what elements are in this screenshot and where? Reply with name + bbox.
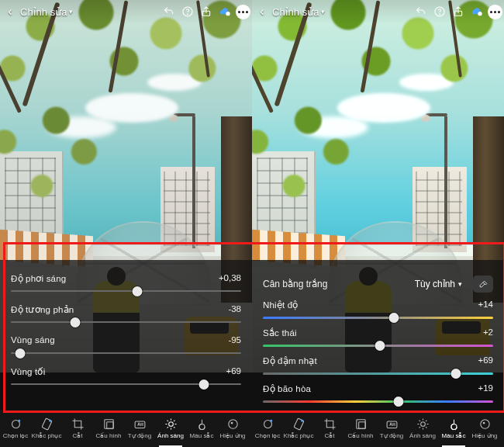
tool-effect[interactable]: Hiệu ứng <box>217 410 248 447</box>
slider-thumb[interactable] <box>389 313 399 323</box>
svg-rect-23 <box>356 420 364 428</box>
slider-value: +19 <box>478 383 493 393</box>
svg-point-20 <box>270 420 272 422</box>
slider-value: +69 <box>478 355 493 365</box>
slider-label: Độ tương phản <box>11 304 74 315</box>
eyedropper-icon[interactable] <box>473 275 493 293</box>
share-icon[interactable] <box>198 3 215 20</box>
svg-point-26 <box>420 422 425 427</box>
top-bar: ‹ Chỉnh sửa ▾ <box>0 0 252 23</box>
help-icon[interactable] <box>179 3 196 20</box>
slider-row: Độ bão hòa+19 <box>263 383 493 411</box>
tool-effect[interactable]: Hiệu ứng <box>469 410 500 447</box>
svg-point-13 <box>228 420 236 428</box>
svg-rect-8 <box>104 420 112 428</box>
white-balance-row: Cân bằng trắngTùy chỉnh▾ <box>263 273 493 295</box>
slider-thumb[interactable] <box>451 369 461 379</box>
bottom-toolbar: Chọn lọcKhắc phụcCắtCấu hìnhTự độngÁnh s… <box>0 410 252 447</box>
slider-value: -38 <box>228 304 241 314</box>
svg-rect-24 <box>358 422 365 429</box>
slider-label: Độ bão hòa <box>263 383 311 394</box>
more-icon[interactable] <box>488 5 502 19</box>
slider-row: Sắc thái+2 <box>263 327 493 355</box>
slider-row: Độ tương phản-38 <box>11 304 241 335</box>
svg-point-22 <box>301 420 303 422</box>
tool-light[interactable]: Ánh sáng <box>155 410 186 447</box>
slider-label: Nhiệt độ <box>263 300 299 310</box>
more-icon[interactable] <box>236 5 250 19</box>
slider-thumb[interactable] <box>133 286 143 296</box>
color-panel: Cân bằng trắngTùy chỉnh▾Nhiệt độ+14Sắc t… <box>252 264 504 411</box>
slider-label: Sắc thái <box>263 327 297 338</box>
tool-crop[interactable]: Cắt <box>314 410 345 447</box>
tool-heal[interactable]: Khắc phục <box>283 410 314 447</box>
tool-light[interactable]: Ánh sáng <box>407 410 438 447</box>
slider-thumb[interactable] <box>199 379 209 390</box>
tool-profile[interactable]: Cấu hình <box>345 410 376 447</box>
top-bar: ‹ Chỉnh sửa ▾ <box>252 0 504 23</box>
svg-point-12 <box>198 424 204 430</box>
title-caret-icon: ▾ <box>69 8 73 16</box>
svg-point-3 <box>226 12 230 16</box>
tool-heal[interactable]: Khắc phục <box>31 410 62 447</box>
screen-title[interactable]: Chỉnh sửa <box>20 6 67 18</box>
svg-point-5 <box>18 420 20 422</box>
slider-label: Độ phơi sáng <box>11 273 66 284</box>
share-icon[interactable] <box>450 3 467 20</box>
svg-point-1 <box>188 14 188 15</box>
slider-row: Độ phơi sáng+0,38 <box>11 273 241 304</box>
svg-point-28 <box>480 420 488 428</box>
slider-row: Nhiệt độ+14 <box>263 300 493 327</box>
slider-track[interactable] <box>263 317 493 319</box>
svg-point-11 <box>168 422 173 427</box>
undo-icon[interactable] <box>161 3 178 20</box>
slider-thumb[interactable] <box>71 317 81 327</box>
pane-right: ‹ Chỉnh sửa ▾ Cân bằng trắngTùy chỉnh▾Nh… <box>252 0 504 447</box>
slider-value: -95 <box>228 335 241 345</box>
slider-label: Vùng sáng <box>11 335 55 345</box>
tool-auto[interactable]: Tự động <box>376 410 407 447</box>
tool-color[interactable]: Màu sắc <box>438 410 469 447</box>
cloud-icon[interactable] <box>216 3 233 20</box>
slider-label: Độ đậm nhạt <box>263 355 317 366</box>
slider-thumb[interactable] <box>394 397 404 407</box>
undo-icon[interactable] <box>413 3 430 20</box>
slider-value: +14 <box>478 300 493 309</box>
wb-label: Cân bằng trắng <box>263 279 327 289</box>
slider-label: Vùng tối <box>11 366 45 377</box>
bottom-toolbar: Chọn lọcKhắc phụcCắtCấu hìnhTự độngÁnh s… <box>252 410 504 447</box>
svg-point-27 <box>450 424 456 430</box>
cloud-icon[interactable] <box>468 3 485 20</box>
svg-rect-9 <box>106 422 113 429</box>
wb-select[interactable]: Tùy chỉnh▾ <box>415 279 462 289</box>
tool-profile[interactable]: Cấu hình <box>93 410 124 447</box>
slider-track[interactable] <box>263 400 493 403</box>
slider-value: +0,38 <box>219 273 241 282</box>
slider-value: +69 <box>226 366 241 376</box>
svg-point-16 <box>440 14 440 15</box>
back-button[interactable]: ‹ <box>252 5 272 19</box>
pane-left: ‹ Chỉnh sửa ▾ Độ phơi sáng+0,38Độ tương … <box>0 0 252 447</box>
slider-track[interactable] <box>11 321 241 323</box>
tool-auto[interactable]: Tự động <box>124 410 155 447</box>
tool-select[interactable]: Chọn lọc <box>0 410 31 447</box>
screen-title[interactable]: Chỉnh sửa <box>272 6 319 18</box>
svg-point-14 <box>230 422 233 424</box>
svg-point-29 <box>482 422 485 424</box>
svg-point-7 <box>49 420 51 422</box>
svg-point-18 <box>478 12 482 16</box>
slider-track[interactable] <box>11 290 241 292</box>
back-button[interactable]: ‹ <box>0 5 20 19</box>
tool-select[interactable]: Chọn lọc <box>252 410 283 447</box>
tool-crop[interactable]: Cắt <box>62 410 93 447</box>
slider-value: +2 <box>483 327 493 337</box>
slider-track[interactable] <box>11 352 241 354</box>
slider-thumb[interactable] <box>15 348 25 359</box>
tool-color[interactable]: Màu sắc <box>186 410 217 447</box>
slider-row: Độ đậm nhạt+69 <box>263 355 493 383</box>
slider-row: Vùng sáng-95 <box>11 335 241 366</box>
slider-thumb[interactable] <box>375 341 385 351</box>
title-caret-icon: ▾ <box>321 8 325 16</box>
slider-row: Vùng tối+69 <box>11 366 241 397</box>
help-icon[interactable] <box>431 3 448 20</box>
